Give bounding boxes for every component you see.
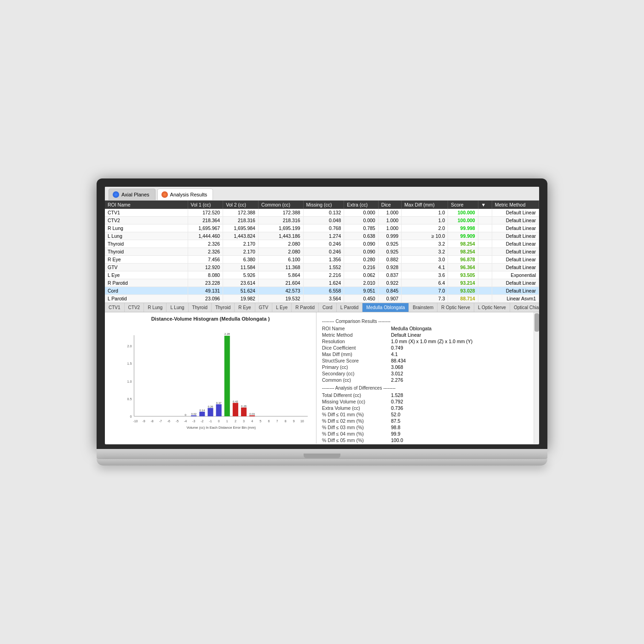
table-cell: 172.388 [223, 209, 259, 217]
roi-tab[interactable]: L Parotid [337, 303, 363, 312]
roi-tab[interactable]: Thyroid [189, 303, 212, 312]
comp-row-missingvol: Missing Volume (cc) 0.792 [322, 399, 528, 404]
bar-pos1 [224, 336, 230, 416]
table-row[interactable]: R Lung1,695.9671,695.9841,695.1990.7680.… [105, 224, 539, 232]
roi-tab[interactable]: R Optic Nerve [437, 303, 474, 312]
table-cell: 93.028 [448, 287, 478, 295]
bar-neg1 [207, 408, 213, 416]
table-row[interactable]: L Lung1,444.4601,443.8241,443.1861.2740.… [105, 232, 539, 240]
comp-row-common: Common (cc) 2.276 [322, 377, 528, 383]
tab-axial-planes[interactable]: Axial Planes [109, 189, 155, 200]
app-container: Axial Planes Analysis Results ROI Name V… [105, 187, 539, 444]
table-cell: 1,444.460 [188, 232, 223, 240]
table-cell: 1,443.824 [223, 232, 259, 240]
roi-tab[interactable]: CTV2 [125, 303, 144, 312]
svg-text:1.5: 1.5 [127, 362, 132, 365]
roi-tab[interactable]: Optical Chiasm [510, 303, 539, 312]
svg-text:0.5: 0.5 [127, 397, 132, 401]
table-cell [478, 240, 492, 248]
svg-text:-6: -6 [167, 420, 170, 423]
table-cell: 88.714 [448, 295, 478, 303]
comp-row-roi: ROI Name Medulla Oblongata [322, 326, 528, 331]
comp-diff04-value: 99.9 [391, 431, 400, 437]
table-cell: 0.845 [378, 287, 401, 295]
table-row[interactable]: R Eye7.4566.3806.1001.3560.2800.8823.096… [105, 256, 539, 264]
table-cell: 6.100 [258, 256, 303, 264]
tab-analysis-results[interactable]: Analysis Results [157, 189, 213, 200]
svg-text:6: 6 [268, 420, 270, 423]
roi-tab[interactable]: Medulla Oblongata [362, 303, 409, 312]
table-cell: 21.604 [258, 279, 303, 287]
svg-text:-5: -5 [176, 420, 178, 423]
comparison-panel: -------- Comparison Results -------- ROI… [316, 312, 534, 443]
table-row[interactable]: Cord49.13151.62442.5736.5589.0510.8457.0… [105, 287, 539, 295]
table-cell: 6.558 [303, 287, 344, 295]
table-cell: Default Linear [492, 209, 539, 217]
svg-text:5: 5 [259, 420, 261, 423]
scroll-bar[interactable] [534, 312, 539, 443]
comp-secondary-label: Secondary (cc) [322, 371, 391, 376]
table-cell: 7.0 [402, 287, 448, 295]
table-cell: 0.925 [378, 240, 401, 248]
laptop-bottom [97, 449, 547, 459]
svg-text:9: 9 [293, 420, 295, 423]
table-cell: 0.090 [344, 248, 378, 256]
svg-text:-10: -10 [133, 420, 138, 423]
table-header-row: ROI Name Vol 1 (cc) Vol 2 (cc) Common (c… [105, 201, 539, 209]
roi-tab[interactable]: Brainstem [409, 303, 437, 312]
table-cell: 218.316 [258, 217, 303, 224]
table-cell: Default Linear [492, 256, 539, 264]
table-cell: 99.909 [448, 232, 478, 240]
svg-text:4: 4 [251, 420, 253, 423]
comp-dice-label: Dice Coefficient [322, 345, 391, 351]
table-cell: Thyroid [105, 240, 188, 248]
table-cell: 6.4 [402, 279, 448, 287]
table-cell: 3.6 [402, 271, 448, 279]
comp-row-diff01: % Diff ≤ 01 mm (%) 52.0 [322, 412, 528, 417]
comp-diff03-label: % Diff ≤ 03 mm (%) [322, 425, 391, 430]
table-row[interactable]: Thyroid2.3262.1702.0800.2460.0900.9253.2… [105, 248, 539, 256]
table-cell: 0.450 [344, 295, 378, 303]
roi-tab[interactable]: L Optic Nerve [474, 303, 510, 312]
roi-tab[interactable]: L Lung [167, 303, 188, 312]
table-row[interactable]: CTV2218.364218.316218.3160.0480.0001.000… [105, 217, 539, 224]
table-cell: Linear Asvm1 [492, 295, 539, 303]
table-row[interactable]: L Eye8.0805.9265.8642.2160.0620.8373.693… [105, 271, 539, 279]
comp-row-extravol: Extra Volume (cc) 0.736 [322, 405, 528, 411]
roi-tab[interactable]: R Parotid [292, 303, 319, 312]
table-cell: 9.051 [344, 287, 378, 295]
roi-tab[interactable]: R Lung [144, 303, 167, 312]
table-row[interactable]: Thyroid2.3262.1702.0800.2460.0900.9253.2… [105, 240, 539, 248]
svg-text:-1: -1 [209, 420, 212, 423]
table-cell: 1,695.199 [258, 224, 303, 232]
trackpad-notch [304, 454, 340, 458]
table-cell: 0.062 [344, 271, 378, 279]
svg-text:2: 2 [235, 420, 236, 423]
table-row[interactable]: CTV1172.520172.388172.3880.1320.0001.000… [105, 209, 539, 217]
table-cell: 0.785 [344, 224, 378, 232]
table-cell: 1,443.186 [258, 232, 303, 240]
table-cell: 3.2 [402, 248, 448, 256]
table-row[interactable]: GTV12.92011.58411.3681.5520.2160.9284.19… [105, 264, 539, 271]
table-row[interactable]: L Parotid23.09619.98219.5323.5640.4500.9… [105, 295, 539, 303]
table-cell [478, 295, 492, 303]
roi-tab[interactable]: Thyroid [212, 303, 235, 312]
table-cell: 0.246 [303, 248, 344, 256]
roi-tab[interactable]: CTV1 [105, 303, 125, 312]
table-row[interactable]: R Parotid23.22823.61421.6041.6242.0100.9… [105, 279, 539, 287]
table-cell: 96.364 [448, 264, 478, 271]
col-roi-name: ROI Name [105, 201, 188, 209]
table-cell: 0.925 [378, 248, 401, 256]
roi-tab[interactable]: Cord [319, 303, 337, 312]
roi-tab[interactable]: L Eye [272, 303, 292, 312]
table-cell: 11.368 [258, 264, 303, 271]
table-cell: 7.456 [188, 256, 223, 264]
scroll-thumb[interactable] [535, 313, 539, 332]
table-cell: 42.573 [258, 287, 303, 295]
roi-tab[interactable]: GTV [255, 303, 273, 312]
svg-text:Volume (cc) In Each Distance E: Volume (cc) In Each Distance Error Bin (… [186, 426, 256, 430]
table-cell: 172.388 [258, 209, 303, 217]
table-cell: 0.280 [344, 256, 378, 264]
table-cell: 7.3 [402, 295, 448, 303]
roi-tab[interactable]: R Eye [235, 303, 255, 312]
